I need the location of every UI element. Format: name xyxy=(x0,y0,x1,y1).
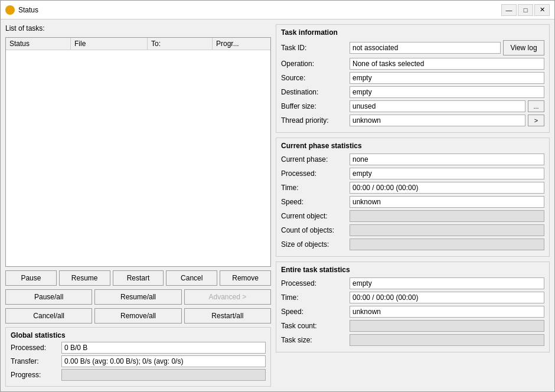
cp-size-objects-label: Size of objects: xyxy=(281,240,346,249)
remove-all-button[interactable]: Remove/all xyxy=(94,308,181,324)
et-speed-value: unknown xyxy=(350,306,544,318)
cp-count-objects-row: Count of objects: xyxy=(281,224,544,236)
et-task-size-bar xyxy=(350,334,544,346)
source-row: Source: empty xyxy=(281,72,544,84)
minimize-button[interactable]: — xyxy=(501,4,517,16)
et-task-size-label: Task size: xyxy=(281,336,346,344)
tasks-list-label: List of tasks: xyxy=(5,24,271,32)
restart-button[interactable]: Restart xyxy=(113,270,164,286)
current-phase-title: Current phase statistics xyxy=(281,142,544,150)
operation-row: Operation: None of tasks selected xyxy=(281,58,544,70)
et-time-value: 00:00 / 00:00 (00:00) xyxy=(350,292,544,303)
et-time-row: Time: 00:00 / 00:00 (00:00) xyxy=(281,292,544,303)
thread-priority-row: Thread priority: unknown > xyxy=(281,115,544,126)
cp-speed-value: unknown xyxy=(350,196,544,208)
et-task-count-row: Task count: xyxy=(281,320,544,332)
et-speed-row: Speed: unknown xyxy=(281,306,544,318)
left-panel: List of tasks: Status File To: Progr... … xyxy=(5,24,271,387)
pause-all-button[interactable]: Pause/all xyxy=(5,289,92,305)
cp-time-row: Time: 00:00 / 00:00 (00:00) xyxy=(281,182,544,194)
source-value: empty xyxy=(350,72,544,84)
current-phase-row: Current phase: none xyxy=(281,153,544,165)
et-processed-label: Processed: xyxy=(281,279,346,288)
global-transfer-value: 0.00 B/s (avg: 0.00 B/s); 0/s (avg: 0/s) xyxy=(61,355,266,367)
entire-task-section: Entire task statistics Processed: empty … xyxy=(276,262,550,352)
buffer-size-value: unused xyxy=(350,100,525,112)
operation-value: None of tasks selected xyxy=(350,58,544,70)
col-header-status: Status xyxy=(6,38,71,50)
buffer-size-group: unused ... xyxy=(350,100,544,112)
title-controls: — □ ✕ xyxy=(501,4,550,16)
et-task-size-row: Task size: xyxy=(281,334,544,346)
cp-speed-row: Speed: unknown xyxy=(281,196,544,208)
maximize-button[interactable]: □ xyxy=(518,4,533,16)
buttons-row-3: Cancel/all Remove/all Restart/all xyxy=(5,308,271,324)
global-transfer-label: Transfer: xyxy=(11,357,58,365)
cp-processed-label: Processed: xyxy=(281,169,346,178)
right-panel: Task information Task ID: not associated… xyxy=(276,24,550,387)
cp-current-object-label: Current object: xyxy=(281,212,346,220)
global-progress-row: Progress: xyxy=(11,369,266,381)
entire-task-title: Entire task statistics xyxy=(281,266,544,274)
task-list-container[interactable]: Status File To: Progr... xyxy=(5,37,271,267)
current-phase-label: Current phase: xyxy=(281,155,346,164)
global-transfer-row: Transfer: 0.00 B/s (avg: 0.00 B/s); 0/s … xyxy=(11,355,266,367)
cp-time-value: 00:00 / 00:00 (00:00) xyxy=(350,182,544,194)
global-statistics: Global statistics Processed: 0 B/0 B Tra… xyxy=(5,327,271,387)
task-information-section: Task information Task ID: not associated… xyxy=(276,24,550,133)
et-speed-label: Speed: xyxy=(281,308,346,316)
task-id-value-group: not associated View log xyxy=(350,40,544,55)
pause-button[interactable]: Pause xyxy=(5,270,57,286)
restart-all-button[interactable]: Restart/all xyxy=(184,308,271,324)
thread-priority-btn[interactable]: > xyxy=(528,115,544,126)
thread-priority-value: unknown xyxy=(350,115,525,126)
task-list-header: Status File To: Progr... xyxy=(6,38,270,50)
cp-current-object-row: Current object: xyxy=(281,210,544,222)
buttons-row-2: Pause/all Resume/all Advanced > xyxy=(5,289,271,305)
cp-count-objects-bar xyxy=(350,224,544,236)
cp-speed-label: Speed: xyxy=(281,198,346,206)
cp-count-objects-label: Count of objects: xyxy=(281,226,346,234)
buffer-size-label: Buffer size: xyxy=(281,102,346,110)
task-id-value: not associated xyxy=(350,42,501,54)
destination-row: Destination: empty xyxy=(281,86,544,98)
col-header-file: File xyxy=(71,38,148,50)
col-header-progress: Progr... xyxy=(213,38,270,50)
et-processed-row: Processed: empty xyxy=(281,277,544,289)
et-task-count-bar xyxy=(350,320,544,332)
main-window: Status — □ ✕ List of tasks: Status File … xyxy=(0,0,555,392)
buffer-size-btn[interactable]: ... xyxy=(528,100,544,112)
source-label: Source: xyxy=(281,74,346,82)
global-processed-value: 0 B/0 B xyxy=(61,342,266,354)
cp-size-objects-bar xyxy=(350,239,544,250)
task-id-label: Task ID: xyxy=(281,44,346,52)
cp-current-object-bar xyxy=(350,210,544,222)
advanced-button[interactable]: Advanced > xyxy=(184,289,271,305)
global-progress-label: Progress: xyxy=(11,371,58,379)
cp-processed-row: Processed: empty xyxy=(281,168,544,179)
resume-all-button[interactable]: Resume/all xyxy=(94,289,181,305)
et-processed-value: empty xyxy=(350,277,544,289)
thread-priority-label: Thread priority: xyxy=(281,116,346,125)
operation-label: Operation: xyxy=(281,60,346,68)
et-task-count-label: Task count: xyxy=(281,322,346,330)
thread-priority-group: unknown > xyxy=(350,115,544,126)
global-progress-bar xyxy=(61,369,266,381)
cp-time-label: Time: xyxy=(281,184,346,192)
cp-size-objects-row: Size of objects: xyxy=(281,239,544,250)
buttons-row-1: Pause Resume Restart Cancel Remove xyxy=(5,270,271,286)
main-content: List of tasks: Status File To: Progr... … xyxy=(1,19,554,391)
cancel-all-button[interactable]: Cancel/all xyxy=(5,308,92,324)
cancel-button[interactable]: Cancel xyxy=(166,270,217,286)
global-stats-title: Global statistics xyxy=(11,331,266,339)
view-log-button[interactable]: View log xyxy=(503,40,544,55)
window-title: Status xyxy=(18,6,498,14)
task-id-row: Task ID: not associated View log xyxy=(281,40,544,55)
resume-button[interactable]: Resume xyxy=(59,270,110,286)
close-button[interactable]: ✕ xyxy=(534,4,550,16)
task-info-title: Task information xyxy=(281,28,544,37)
destination-value: empty xyxy=(350,86,544,98)
remove-button[interactable]: Remove xyxy=(220,270,271,286)
buffer-size-row: Buffer size: unused ... xyxy=(281,100,544,112)
destination-label: Destination: xyxy=(281,88,346,96)
